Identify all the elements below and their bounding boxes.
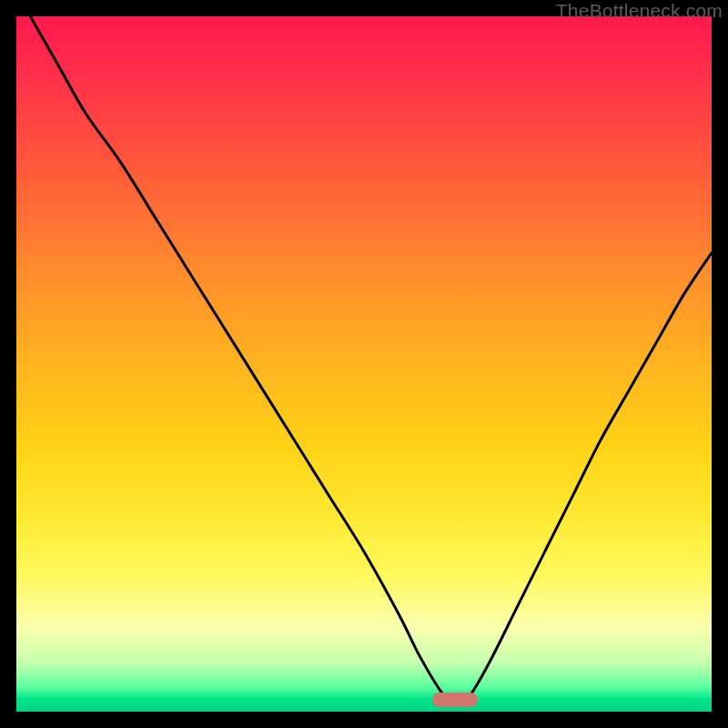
plot-area [16, 16, 712, 712]
bottleneck-curve [16, 16, 712, 712]
optimum-marker [432, 693, 478, 707]
chart-stage: TheBottleneck.com [0, 0, 728, 728]
watermark-text: TheBottleneck.com [556, 0, 723, 22]
